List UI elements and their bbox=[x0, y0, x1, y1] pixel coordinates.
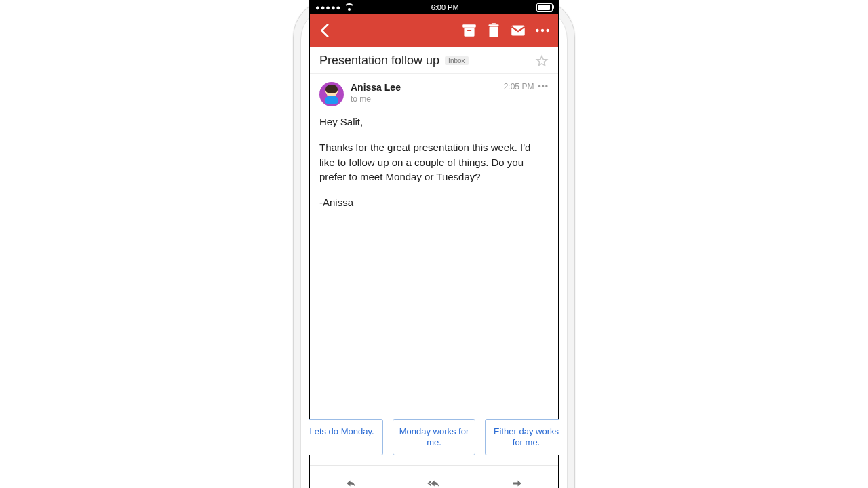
smart-reply-3[interactable]: Either day works for me. bbox=[485, 419, 559, 456]
body-paragraph: Thanks for the great presentation this w… bbox=[319, 140, 549, 184]
email-body: Hey Salit, Thanks for the great presenta… bbox=[310, 106, 558, 226]
status-time: 6:00 PM bbox=[431, 3, 459, 12]
wifi-icon bbox=[345, 5, 353, 11]
reply-button[interactable]: Reply bbox=[310, 466, 393, 488]
avatar[interactable] bbox=[319, 82, 344, 106]
mark-unread-button[interactable] bbox=[509, 22, 527, 39]
more-button[interactable] bbox=[534, 22, 551, 39]
inbox-label[interactable]: Inbox bbox=[445, 56, 468, 65]
reply-all-button[interactable]: Reply all bbox=[393, 466, 475, 488]
star-button[interactable] bbox=[535, 54, 549, 68]
svg-point-9 bbox=[546, 29, 549, 32]
svg-rect-4 bbox=[488, 24, 498, 26]
svg-rect-5 bbox=[492, 23, 496, 24]
bottom-actions: Reply Reply all Forward bbox=[310, 465, 558, 488]
phone-frame: ●●●●● 6:00 PM bbox=[293, 0, 575, 488]
body-greeting: Hey Salit, bbox=[319, 115, 549, 129]
archive-button[interactable] bbox=[460, 22, 478, 39]
back-button[interactable] bbox=[317, 22, 334, 39]
svg-point-7 bbox=[536, 29, 538, 32]
battery-icon bbox=[536, 3, 553, 12]
body-signature: -Anissa bbox=[319, 195, 549, 210]
smart-reply-2[interactable]: Monday works for me. bbox=[393, 419, 475, 456]
message-more-icon[interactable]: ••• bbox=[538, 82, 549, 92]
signal-icon: ●●●●● bbox=[315, 3, 353, 12]
sender-name[interactable]: Anissa Lee bbox=[351, 82, 401, 93]
divider bbox=[310, 73, 558, 74]
status-bar: ●●●●● 6:00 PM bbox=[310, 1, 558, 14]
smart-reply-1[interactable]: Lets do Monday. bbox=[309, 419, 383, 456]
svg-point-8 bbox=[541, 29, 544, 32]
svg-rect-3 bbox=[490, 27, 498, 37]
recipient-line[interactable]: to me bbox=[351, 94, 401, 104]
email-subject: Presentation follow up bbox=[319, 54, 439, 68]
svg-rect-1 bbox=[464, 28, 474, 37]
svg-rect-2 bbox=[467, 30, 472, 31]
svg-rect-0 bbox=[462, 24, 476, 27]
app-bar bbox=[310, 14, 558, 47]
message-time: 2:05 PM bbox=[504, 82, 534, 92]
smart-reply-row: Lets do Monday. Monday works for me. Eit… bbox=[310, 419, 558, 466]
delete-button[interactable] bbox=[485, 22, 502, 39]
forward-button[interactable]: Forward bbox=[475, 466, 558, 488]
svg-marker-10 bbox=[537, 56, 547, 65]
